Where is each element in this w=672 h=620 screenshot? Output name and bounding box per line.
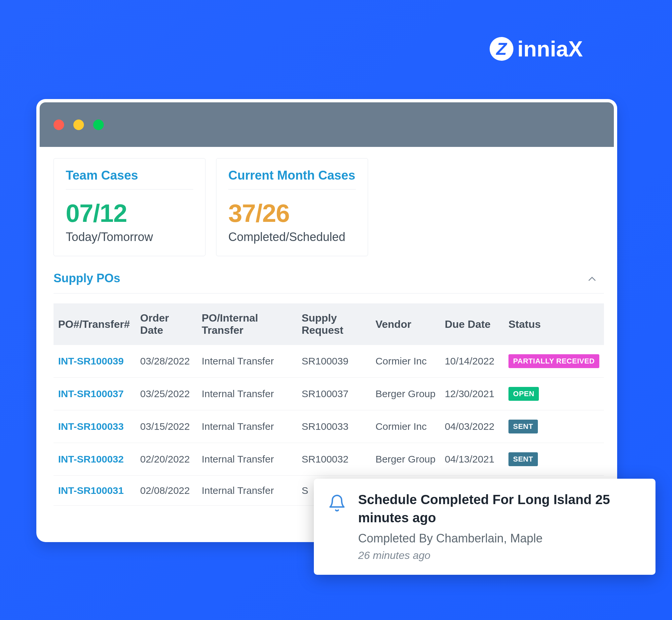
- stat-title: Current Month Cases: [228, 168, 356, 190]
- cell-order-date: 03/25/2022: [136, 378, 197, 410]
- col-order-date: Order Date: [136, 303, 197, 345]
- stat-sub: Completed/Scheduled: [228, 230, 356, 244]
- cell-sr: SR100033: [297, 410, 371, 443]
- brand-logo: ZinniaX: [490, 36, 583, 61]
- stats-row: Team Cases 07/12 Today/Tomorrow Current …: [50, 158, 604, 256]
- table-row: INT-SR10003703/25/2022Internal TransferS…: [53, 378, 604, 410]
- minimize-icon[interactable]: [74, 119, 84, 130]
- supply-pos-table: PO#/Transfer# Order Date PO/Internal Tra…: [53, 303, 604, 506]
- brand-mark-icon: Z: [490, 37, 514, 61]
- cell-status: SENT: [504, 443, 604, 476]
- cell-vendor: Berger Group: [371, 378, 440, 410]
- app-window: Team Cases 07/12 Today/Tomorrow Current …: [36, 99, 617, 542]
- cell-type: Internal Transfer: [197, 476, 297, 506]
- table-row: INT-SR10003903/28/2022Internal TransferS…: [53, 345, 604, 378]
- stat-card-current-month: Current Month Cases 37/26 Completed/Sche…: [216, 158, 368, 256]
- cell-sr: SR100032: [297, 443, 371, 476]
- cell-order-date: 02/20/2022: [136, 443, 197, 476]
- cell-type: Internal Transfer: [197, 345, 297, 378]
- stat-card-team-cases: Team Cases 07/12 Today/Tomorrow: [53, 158, 205, 256]
- col-status: Status: [504, 303, 604, 345]
- po-link[interactable]: INT-SR100031: [58, 485, 124, 496]
- cell-status: OPEN: [504, 378, 604, 410]
- po-link[interactable]: INT-SR100037: [58, 388, 124, 399]
- chevron-up-icon[interactable]: [588, 273, 602, 283]
- supply-pos-section: Supply POs PO#/Transfer# Order Date PO/I…: [50, 269, 604, 506]
- table-header-row: PO#/Transfer# Order Date PO/Internal Tra…: [53, 303, 604, 345]
- cell-type: Internal Transfer: [197, 378, 297, 410]
- stat-value: 37/26: [228, 199, 356, 227]
- cell-status: SENT: [504, 410, 604, 443]
- cell-order-date: 03/28/2022: [136, 345, 197, 378]
- cell-due: 04/03/2022: [440, 410, 504, 443]
- cell-sr: SR100039: [297, 345, 371, 378]
- close-icon[interactable]: [53, 119, 64, 130]
- status-badge: PARTIALLY RECEIVED: [509, 354, 599, 368]
- col-supply-request: Supply Request: [297, 303, 371, 345]
- toast-subtitle: Completed By Chamberlain, Maple: [358, 531, 641, 546]
- col-type: PO/Internal Transfer: [197, 303, 297, 345]
- col-vendor: Vendor: [371, 303, 440, 345]
- cell-type: Internal Transfer: [197, 443, 297, 476]
- cell-type: Internal Transfer: [197, 410, 297, 443]
- section-title: Supply POs: [53, 271, 120, 285]
- stat-title: Team Cases: [66, 168, 193, 190]
- toast-title: Schedule Completed For Long Island 25 mi…: [358, 490, 641, 527]
- section-header[interactable]: Supply POs: [53, 269, 604, 294]
- cell-sr: SR100037: [297, 378, 371, 410]
- stat-sub: Today/Tomorrow: [66, 230, 193, 244]
- po-link[interactable]: INT-SR100032: [58, 454, 124, 465]
- status-badge: SENT: [509, 452, 538, 466]
- cell-due: 12/30/2021: [440, 378, 504, 410]
- table-row: INT-SR10003303/15/2022Internal TransferS…: [53, 410, 604, 443]
- brand-name: inniaX: [517, 36, 583, 61]
- bell-icon: [328, 494, 346, 512]
- window-titlebar: [40, 102, 614, 147]
- cell-due: 04/13/2021: [440, 443, 504, 476]
- po-link[interactable]: INT-SR100039: [58, 356, 124, 366]
- table-row: INT-SR10003202/20/2022Internal TransferS…: [53, 443, 604, 476]
- status-badge: OPEN: [509, 387, 539, 401]
- status-badge: SENT: [509, 420, 538, 433]
- notification-toast[interactable]: Schedule Completed For Long Island 25 mi…: [314, 479, 656, 575]
- cell-order-date: 03/15/2022: [136, 410, 197, 443]
- cell-status: PARTIALLY RECEIVED: [504, 345, 604, 378]
- cell-vendor: Berger Group: [371, 443, 440, 476]
- col-po: PO#/Transfer#: [53, 303, 136, 345]
- stat-value: 07/12: [66, 199, 193, 227]
- toast-body: Schedule Completed For Long Island 25 mi…: [358, 490, 641, 562]
- cell-order-date: 02/08/2022: [136, 476, 197, 506]
- cell-vendor: Cormier Inc: [371, 345, 440, 378]
- col-due-date: Due Date: [440, 303, 504, 345]
- maximize-icon[interactable]: [93, 119, 104, 130]
- po-link[interactable]: INT-SR100033: [58, 421, 124, 432]
- toast-timestamp: 26 minutes ago: [358, 549, 641, 562]
- cell-due: 10/14/2022: [440, 345, 504, 378]
- cell-vendor: Cormier Inc: [371, 410, 440, 443]
